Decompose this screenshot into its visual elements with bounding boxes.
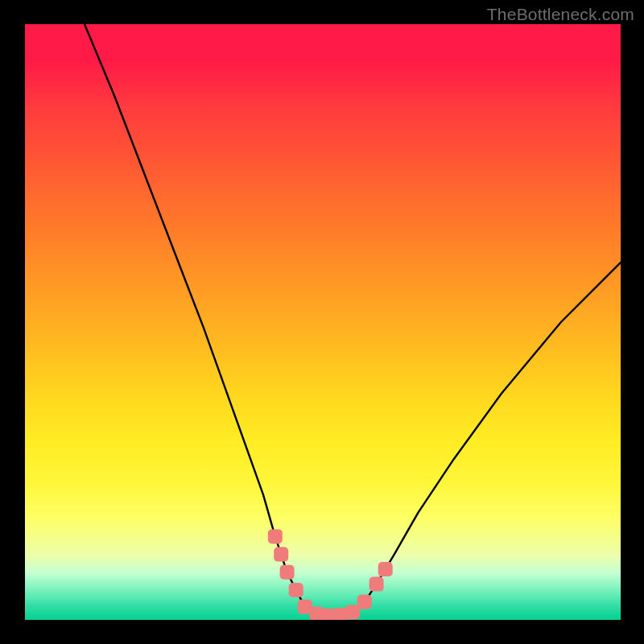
curve-markers (268, 529, 393, 620)
watermark-text: TheBottleneck.com (487, 5, 634, 24)
plot-area (25, 24, 621, 620)
chart-svg (25, 24, 621, 620)
data-marker (345, 605, 360, 619)
curve-lines (85, 24, 621, 616)
data-marker (280, 565, 295, 580)
data-marker (378, 562, 393, 576)
data-marker (369, 577, 384, 592)
data-marker (289, 583, 303, 597)
bottleneck-curve (85, 24, 621, 616)
chart-frame: TheBottleneck.com (0, 0, 644, 644)
data-marker (268, 529, 283, 543)
data-marker (357, 595, 372, 609)
data-marker (274, 547, 288, 562)
